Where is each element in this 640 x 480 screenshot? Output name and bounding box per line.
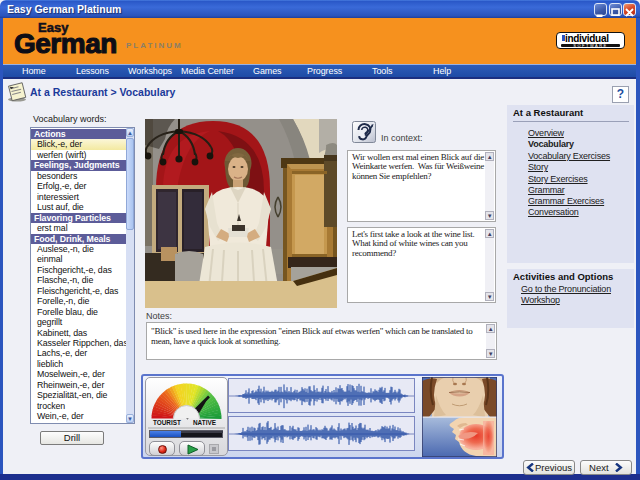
svg-text:NATIVE: NATIVE <box>193 419 217 426</box>
svg-text:TOURIST: TOURIST <box>153 419 181 426</box>
